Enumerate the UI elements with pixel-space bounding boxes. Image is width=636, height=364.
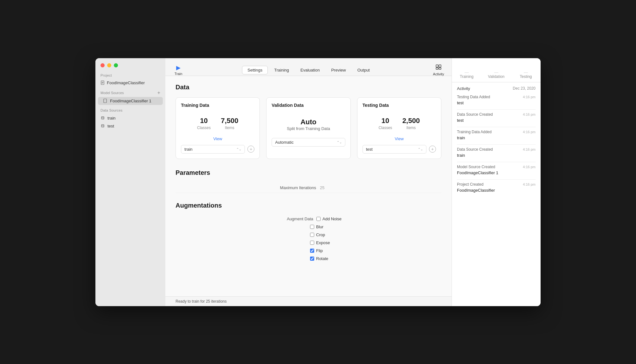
activity-entry-2: Training Data Added 4:16 pm train [457, 130, 536, 141]
add-noise-checkbox[interactable] [316, 217, 321, 221]
sidebar-datasource-test[interactable]: test [95, 122, 165, 130]
training-add-button[interactable]: + [247, 146, 254, 153]
testing-items-value: 2,500 [402, 117, 420, 125]
activity-entry-2-title: Training Data Added [457, 130, 492, 134]
main-area: ▶ Train Settings Training Evaluation Pre… [165, 58, 452, 306]
expose-checkbox[interactable] [310, 241, 314, 245]
training-card-title: Training Data [181, 103, 254, 108]
activity-entry-1: Data Source Created 4:16 pm test [457, 112, 536, 123]
svg-point-6 [101, 125, 104, 126]
max-iterations-row: Maximum Iterations [176, 183, 441, 193]
flip-checkbox[interactable] [310, 249, 314, 253]
toolbar: ▶ Train Settings Training Evaluation Pre… [165, 58, 452, 76]
validation-dropdown-row: Automatic ⌃⌄ [272, 138, 345, 147]
activity-entry-4: Model Source Created 4:16 pm FoodImageCl… [457, 165, 536, 175]
activity-entry-3-title: Data Source Created [457, 147, 493, 152]
crop-checkbox[interactable] [310, 233, 314, 237]
rotate-label: Rotate [316, 256, 328, 261]
minimize-button[interactable] [107, 63, 111, 67]
nav-preview[interactable]: Preview [326, 66, 351, 74]
flip-label: Flip [316, 248, 323, 253]
training-card-stats: 10 Classes 7,500 Items [181, 112, 254, 133]
right-tab-testing-label: Testing [520, 74, 532, 79]
testing-dropdown[interactable]: test ⌃⌄ [363, 145, 426, 154]
activity-entry-5-time: 4:16 pm [523, 182, 536, 186]
augment-flip[interactable]: Flip [310, 248, 348, 253]
database-icon-test [100, 124, 105, 128]
augment-data-label: Augment Data [262, 216, 313, 221]
activity-header-label: Activity [457, 86, 470, 91]
add-noise-label: Add Noise [322, 216, 342, 221]
activity-entry-0-value: test [457, 100, 464, 105]
activity-entry-4-time: 4:16 pm [523, 165, 536, 169]
activity-entry-3-time: 4:16 pm [523, 148, 536, 151]
validation-dropdown-value: Automatic [275, 140, 294, 145]
augment-blur[interactable]: Blur [310, 224, 348, 229]
augment-add-noise[interactable]: Add Noise [316, 216, 355, 221]
testing-classes-stat: 10 Classes [378, 117, 392, 130]
toolbar-nav: Settings Training Evaluation Preview Out… [191, 66, 425, 74]
activity-header-date: Dec 23, 2020 [513, 86, 536, 91]
activity-button[interactable]: Activity [431, 64, 446, 76]
activity-entry-0-title: Testing Data Added [457, 95, 490, 99]
train-button[interactable]: ▶ Train [170, 64, 186, 76]
training-dropdown[interactable]: train ⌃⌄ [181, 145, 245, 154]
content-area: Data Training Data 10 Classes 7,500 [165, 76, 452, 296]
testing-classes-label: Classes [378, 126, 392, 130]
svg-rect-8 [439, 65, 441, 67]
status-bar: Ready to train for 25 iterations [165, 296, 452, 306]
svg-rect-9 [436, 68, 438, 69]
activity-entry-1-time: 4:16 pm [523, 113, 536, 116]
training-items-value: 7,500 [221, 117, 238, 125]
testing-view-link[interactable]: View [363, 136, 436, 141]
validation-dropdown[interactable]: Automatic ⌃⌄ [272, 138, 345, 147]
training-items-label: Items [225, 126, 234, 130]
testing-card-title: Testing Data [363, 103, 436, 108]
augment-rotate[interactable]: Rotate [310, 256, 348, 261]
augment-crop[interactable]: Crop [310, 232, 348, 237]
right-panel: — Training — Validation — Testing Activi… [452, 58, 541, 306]
training-dropdown-value: train [184, 147, 192, 152]
svg-point-5 [101, 117, 104, 118]
activity-entry-5-value: FoodImageClassifier [457, 188, 495, 193]
data-sources-section: Data Sources train test [95, 105, 165, 130]
expose-label: Expose [316, 240, 330, 245]
sidebar: Project FoodImageClassifier Model Source… [95, 58, 165, 306]
right-tab-validation[interactable]: — Validation [481, 67, 511, 82]
project-name: FoodImageClassifier [95, 79, 165, 86]
close-button[interactable] [100, 63, 105, 67]
right-tab-testing[interactable]: — Testing [511, 67, 541, 82]
right-panel-content: Activity Dec 23, 2020 Testing Data Added… [452, 82, 541, 306]
right-tab-validation-label: Validation [488, 74, 505, 79]
augmentations-section: Augmentations Augment Data Add Noise [176, 202, 441, 262]
nav-training[interactable]: Training [269, 66, 294, 74]
rotate-checkbox[interactable] [310, 257, 314, 261]
testing-add-button[interactable]: + [429, 146, 436, 153]
testing-dropdown-value: test [366, 147, 373, 152]
max-iterations-input[interactable] [320, 185, 352, 190]
nav-evaluation[interactable]: Evaluation [295, 66, 325, 74]
activity-entry-5: Project Created 4:16 pm FoodImageClassif… [457, 182, 536, 193]
augmentations-title: Augmentations [176, 202, 441, 209]
train-label: Train [175, 72, 183, 76]
add-model-source-button[interactable]: + [157, 90, 160, 95]
activity-entry-0-time: 4:16 pm [523, 95, 536, 99]
right-tab-training[interactable]: — Training [452, 67, 481, 82]
testing-items-label: Items [406, 126, 416, 130]
right-tab-training-label: Training [460, 74, 474, 79]
training-classes-value: 10 [200, 117, 208, 125]
training-view-link[interactable]: View [181, 136, 254, 141]
testing-dropdown-row: test ⌃⌄ + [363, 145, 436, 154]
sidebar-item-model-source[interactable]: FoodImageClassifier 1 [98, 97, 163, 105]
nav-settings[interactable]: Settings [242, 66, 268, 74]
parameters-section: Parameters Maximum Iterations [176, 169, 441, 193]
svg-rect-7 [436, 65, 438, 67]
sidebar-datasource-train[interactable]: train [95, 114, 165, 122]
blur-checkbox[interactable] [310, 225, 314, 229]
blur-label: Blur [316, 224, 323, 229]
augment-expose[interactable]: Expose [310, 240, 348, 245]
activity-entry-3: Data Source Created 4:16 pm train [457, 147, 536, 158]
nav-output[interactable]: Output [352, 66, 375, 74]
maximize-button[interactable] [114, 63, 118, 67]
project-section-label: Project [95, 73, 165, 79]
